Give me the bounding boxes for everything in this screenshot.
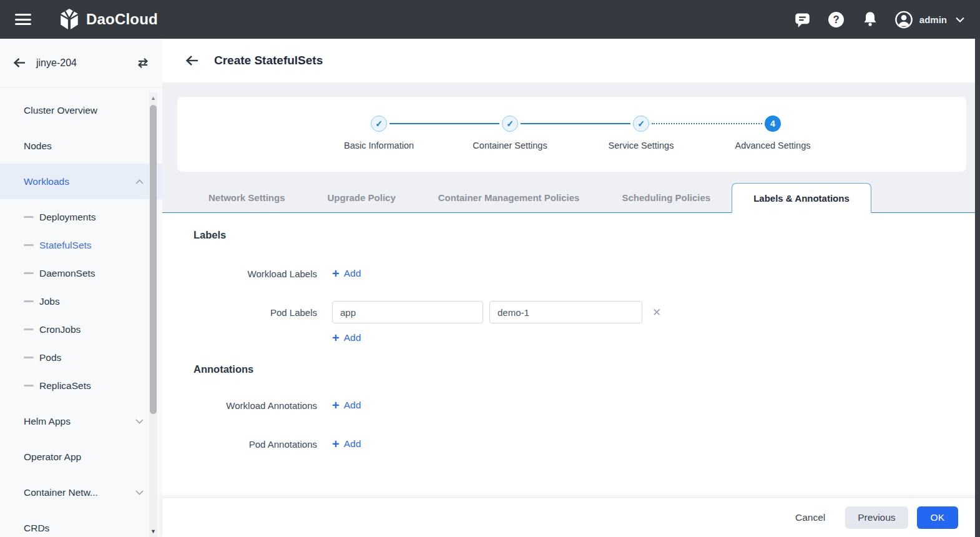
step-2-check-icon: ✓ (502, 116, 518, 132)
step-1-check-icon: ✓ (371, 116, 387, 132)
sidebar-header: jinye-204 (0, 39, 162, 87)
pod-label-key-input[interactable] (332, 301, 483, 323)
daocloud-logo-icon (59, 8, 80, 31)
scroll-down-arrow-icon[interactable]: ▼ (149, 528, 157, 535)
plus-icon: + (332, 399, 340, 411)
help-icon[interactable]: ? (827, 10, 846, 29)
pod-labels-label: Pod Labels (162, 307, 317, 318)
top-header-bar: DaoCloud ? (0, 0, 980, 39)
add-pod-label-button[interactable]: + Add (332, 332, 361, 344)
sidebar-item-crds[interactable]: CRDs (0, 510, 162, 537)
plus-icon: + (332, 332, 340, 344)
chevron-up-icon (135, 179, 144, 184)
plus-icon: + (332, 438, 340, 450)
sidebar-item-deployments[interactable]: Deployments (0, 203, 162, 231)
tab-labels-annotations[interactable]: Labels & Annotations (732, 183, 871, 213)
step-3-check-icon: ✓ (633, 116, 649, 132)
tab-network-settings[interactable]: Network Settings (187, 183, 306, 212)
workloads-children: Deployments StatefulSets DaemonSets Jobs… (0, 203, 162, 400)
sidebar-nav: Cluster Overview Nodes Workloads Deploym… (0, 87, 162, 537)
cancel-button[interactable]: Cancel (791, 506, 829, 529)
dash-icon (24, 385, 34, 387)
brand-name: DaoCloud (86, 11, 158, 28)
sidebar-item-nodes[interactable]: Nodes (0, 128, 162, 164)
sidebar-item-replicasets[interactable]: ReplicaSets (0, 372, 162, 400)
sidebar-item-helm-apps[interactable]: Helm Apps (0, 403, 162, 439)
dash-icon (24, 300, 34, 302)
pod-annotations-row: Pod Annotations + Add (162, 436, 980, 452)
hamburger-menu-icon[interactable] (15, 11, 31, 28)
ok-button[interactable]: OK (917, 506, 958, 529)
previous-button[interactable]: Previous (845, 506, 908, 529)
add-pod-annotation-button[interactable]: + Add (332, 438, 361, 450)
step-3-label: Service Settings (579, 140, 703, 150)
dash-icon (24, 272, 34, 274)
switch-cluster-icon[interactable] (136, 57, 150, 69)
dash-icon (24, 244, 34, 246)
pod-annotations-label: Pod Annotations (162, 439, 317, 450)
step-connector (521, 123, 630, 124)
sidebar-item-workloads[interactable]: Workloads (0, 164, 162, 199)
pod-label-value-input[interactable] (489, 301, 642, 323)
user-avatar[interactable] (894, 10, 913, 29)
sidebar-item-pods[interactable]: Pods (0, 343, 162, 372)
scroll-up-arrow-icon[interactable]: ▲ (149, 94, 157, 102)
tab-upgrade-policy[interactable]: Upgrade Policy (306, 183, 417, 212)
dash-icon (24, 216, 34, 218)
sidebar: jinye-204 Cluster Overview Nodes Workloa… (0, 39, 162, 537)
add-workload-annotation-button[interactable]: + Add (332, 399, 361, 411)
workload-annotations-row: Workload Annotations + Add (162, 397, 980, 413)
notification-bell-icon[interactable] (861, 10, 880, 29)
sidebar-item-jobs[interactable]: Jobs (0, 287, 162, 315)
pod-labels-add-row: + Add (162, 330, 980, 346)
pod-labels-row: Pod Labels ✕ (162, 301, 980, 323)
sidebar-item-statefulsets[interactable]: StatefulSets (0, 231, 162, 259)
page-title-bar: Create StatefulSets (162, 39, 980, 82)
user-menu-chevron-down-icon[interactable] (956, 17, 964, 22)
sidebar-item-daemonsets[interactable]: DaemonSets (0, 259, 162, 287)
step-2-label: Container Settings (448, 140, 572, 150)
sidebar-scrollbar-track[interactable]: ▲ ▼ (149, 92, 157, 537)
sidebar-item-cronjobs[interactable]: CronJobs (0, 315, 162, 343)
settings-tabbar: Network Settings Upgrade Policy Containe… (162, 183, 975, 213)
page-scrollbar[interactable] (975, 39, 980, 537)
wizard-stepper-card: ✓ ✓ ✓ 4 Basic Information Container Sett… (177, 97, 966, 172)
user-name: admin (919, 14, 947, 25)
dash-icon (24, 328, 34, 330)
tab-container-management-policies[interactable]: Container Management Policies (417, 183, 601, 212)
chevron-down-icon (135, 490, 144, 495)
chevron-down-icon (135, 419, 144, 424)
dash-icon (24, 357, 34, 358)
page-title: Create StatefulSets (214, 54, 323, 67)
add-workload-label-button[interactable]: + Add (332, 267, 361, 280)
step-1-label: Basic Information (316, 140, 441, 150)
brand: DaoCloud (59, 8, 158, 31)
sidebar-scrollbar-thumb[interactable] (150, 105, 157, 414)
step-connector (390, 123, 499, 124)
remove-pod-label-icon[interactable]: ✕ (652, 307, 661, 318)
sidebar-item-operator-app[interactable]: Operator App (0, 439, 162, 475)
tab-scheduling-policies[interactable]: Scheduling Policies (600, 183, 732, 212)
step-connector-dotted (652, 123, 762, 124)
cluster-back-icon[interactable] (12, 57, 26, 68)
cluster-name: jinye-204 (36, 57, 136, 69)
step-4-label: Advanced Settings (710, 140, 835, 150)
labels-section-title: Labels (194, 228, 980, 242)
page-back-icon[interactable] (185, 55, 199, 66)
workload-labels-row: Workload Labels + Add (162, 265, 980, 282)
wizard-footer: Cancel Previous OK (162, 498, 980, 537)
chat-icon[interactable] (793, 10, 812, 29)
workload-annotations-label: Workload Annotations (162, 400, 317, 411)
sidebar-item-cluster-overview[interactable]: Cluster Overview (0, 92, 162, 128)
labels-annotations-panel: Labels Workload Labels + Add Pod Labels … (162, 213, 980, 498)
sidebar-item-container-network[interactable]: Container Netw... (0, 475, 162, 510)
plus-icon: + (332, 267, 340, 280)
topbar-actions: ? admin (778, 10, 964, 29)
svg-text:?: ? (833, 14, 840, 26)
step-4-number-badge: 4 (765, 116, 781, 132)
workload-labels-label: Workload Labels (162, 268, 317, 279)
annotations-section-title: Annotations (194, 362, 980, 376)
